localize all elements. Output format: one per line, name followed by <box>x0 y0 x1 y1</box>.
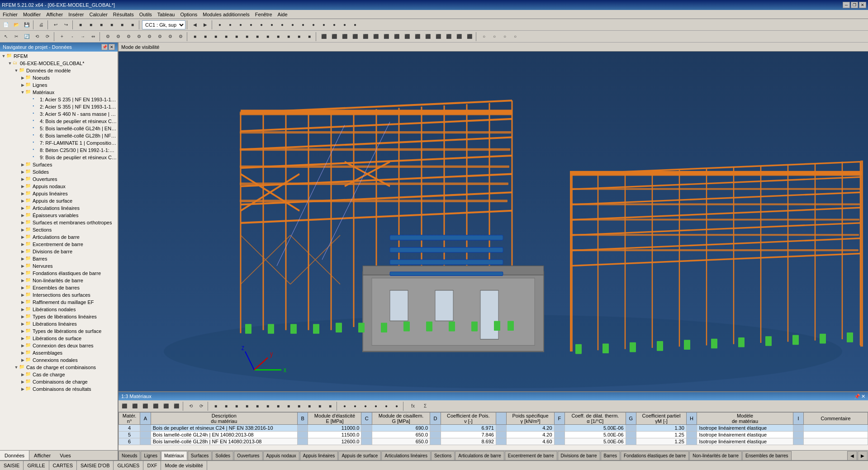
tree-item-model[interactable]: ▼ 🗂 06-EXE-MODELE_GLOBAL* <box>1 60 117 67</box>
tb2-b45[interactable]: ○ <box>479 32 489 42</box>
tb2-b4[interactable]: ⟲ <box>32 32 42 42</box>
tb2-b23[interactable]: ■ <box>242 32 252 42</box>
tree-item-mat4[interactable]: ▪ 4: Bois de peuplier et résineux C24 | … <box>1 118 117 125</box>
tb2-b15[interactable]: ⚙ <box>155 32 165 42</box>
tb3-b13[interactable]: ■ <box>252 401 262 411</box>
tb2-b16[interactable]: ⚙ <box>165 32 175 42</box>
tb2-b37[interactable]: ⬛ <box>392 32 402 42</box>
tree-item-raffinement[interactable]: ▶ 📁 Raffinement du maillage EF <box>1 299 117 306</box>
menu-aide[interactable]: Aide <box>275 11 290 18</box>
tb-c4[interactable]: ● <box>246 20 256 30</box>
tb3-b15[interactable]: ■ <box>273 401 283 411</box>
tb3-b2[interactable]: ⬛ <box>130 401 140 411</box>
tb2-b7[interactable]: - <box>67 32 77 42</box>
tree-item-typeslibsurf[interactable]: ▶ 📁 Types de libérations de surface <box>1 328 117 335</box>
tab-nav-prev[interactable]: ◀ <box>847 451 857 460</box>
tree-item-fondel[interactable]: ▶ 📁 Fondations élastiques de barre <box>1 270 117 277</box>
tb2-b26[interactable]: ■ <box>273 32 283 42</box>
tb3-b18[interactable]: ■ <box>304 401 314 411</box>
tree-item-lignes[interactable]: ▶ 📁 Lignes <box>1 81 117 89</box>
tb2-b47[interactable]: ○ <box>500 32 510 42</box>
tree-item-cascharge-sub[interactable]: ▶ 📁 Cas de charge <box>1 371 117 378</box>
tb2-b20[interactable]: ■ <box>211 32 221 42</box>
3d-view[interactable]: x z y <box>119 52 868 391</box>
tree-item-mat3[interactable]: ▪ 3: Acier S 460 N - sans masse | NF EN … <box>1 110 117 118</box>
tree-item-libnod[interactable]: ▶ 📁 Libérations nodales <box>1 306 117 313</box>
tree-toggle-lignes[interactable]: ▶ <box>20 82 25 88</box>
tb2-b32[interactable]: ⬛ <box>340 32 350 42</box>
status-cartes[interactable]: CARTES <box>49 461 77 470</box>
table-row[interactable]: 4 Bois de peuplier et résineux C24 | NF … <box>119 425 868 432</box>
tb2-b48[interactable]: ○ <box>510 32 520 42</box>
tree-item-ensbarres[interactable]: ▶ 📁 Ensembles de barres <box>1 284 117 291</box>
tb2-b27[interactable]: ■ <box>284 32 294 42</box>
tree-item-ouvertures[interactable]: ▶ 📁 Ouvertures <box>1 176 117 183</box>
tb2-b19[interactable]: ■ <box>200 32 210 42</box>
tb3-b22[interactable]: ● <box>350 401 360 411</box>
tb2-b40[interactable]: ⬛ <box>423 32 433 42</box>
tree-item-appuis-lineaires[interactable]: ▶ 📁 Appuis linéaires <box>1 190 117 197</box>
menu-calculer[interactable]: Calculer <box>86 11 110 18</box>
menu-fichier[interactable]: Fichier <box>0 11 20 18</box>
tb-c6[interactable]: ● <box>267 20 277 30</box>
tb-save[interactable]: 💾 <box>22 20 32 30</box>
tree-item-appuis-nodaux[interactable]: ▶ 📁 Appuis nodaux <box>1 183 117 190</box>
tb-b4[interactable]: ■ <box>107 20 117 30</box>
tb3-b16[interactable]: ■ <box>284 401 294 411</box>
tb2-b34[interactable]: ⬛ <box>360 32 370 42</box>
tb-c12[interactable]: ● <box>329 20 339 30</box>
tb3-b8[interactable]: ⟳ <box>196 401 206 411</box>
tb-c5[interactable]: ● <box>256 20 266 30</box>
status-saisiedob[interactable]: SAISIE D'OB <box>77 461 114 470</box>
tb2-b3[interactable]: 🔄 <box>22 32 32 42</box>
tb-c3[interactable]: ● <box>236 20 246 30</box>
tb-b3[interactable]: ■ <box>96 20 106 30</box>
menu-afficher[interactable]: Afficher <box>43 11 66 18</box>
menu-resultats[interactable]: Résultats <box>110 11 137 18</box>
tb3-b10[interactable]: ■ <box>221 401 231 411</box>
tb2-b13[interactable]: ⚙ <box>134 32 144 42</box>
win-min-btn[interactable]: ─ <box>843 2 850 8</box>
tb-c1[interactable]: ● <box>215 20 225 30</box>
tb3-sigma[interactable]: Σ <box>420 401 430 411</box>
tab-excent-barre[interactable]: Excentrement de barre <box>505 451 557 460</box>
tb2-b8[interactable]: → <box>78 32 88 42</box>
left-tab-vues[interactable]: Vues <box>55 451 76 460</box>
tb-b1[interactable]: ■ <box>76 20 85 30</box>
tb3-b17[interactable]: ■ <box>294 401 304 411</box>
tree-item-nonlin[interactable]: ▶ 📁 Non-linéarités de barre <box>1 277 117 284</box>
tb2-b24[interactable]: ■ <box>252 32 262 42</box>
tb-b6[interactable]: ■ <box>128 20 138 30</box>
tree-item-surfmemb[interactable]: ▶ 📁 Surfaces et membranes orthotropes <box>1 219 117 226</box>
tab-noeuds[interactable]: Noeuds <box>119 451 140 460</box>
tree-item-mat7[interactable]: ▪ 7: RF-LAMINATE 1 | Composition 1 <box>1 139 117 147</box>
tree-item-combresultats[interactable]: ▶ 📁 Combinaisons de résultats <box>1 385 117 393</box>
tree-item-nervures[interactable]: ▶ 📁 Nervures <box>1 262 117 270</box>
tb2-b29[interactable]: ■ <box>304 32 314 42</box>
tb-c2[interactable]: ● <box>225 20 235 30</box>
tb-redo[interactable]: ↪ <box>61 20 71 30</box>
tab-appuis-nodaux[interactable]: Appuis nodaux <box>263 451 299 460</box>
menu-options[interactable]: Options <box>177 11 200 18</box>
tb3-b4[interactable]: ⬛ <box>151 401 161 411</box>
tb3-b25[interactable]: ● <box>381 401 391 411</box>
tree-item-noeuds[interactable]: ▶ 📁 Noeuds <box>1 74 117 81</box>
tree-item-excentbarre[interactable]: ▶ 📁 Excentrement de barre <box>1 241 117 248</box>
tree-item-cascharge[interactable]: ▼ 📁 Cas de charge et combinaisons <box>1 364 117 371</box>
project-tree[interactable]: ▼ 📁 RFEM ▼ 🗂 06-EXE-MODELE_GLOBAL* ▼ 📁 D… <box>0 52 118 450</box>
tree-toggle-model[interactable]: ▼ <box>7 61 13 66</box>
tb2-b2[interactable]: ✂ <box>11 32 21 42</box>
tb3-b7[interactable]: ⟲ <box>186 401 196 411</box>
table-row[interactable]: 6 Bois lamellé-collé GL28h | NF EN 14080… <box>119 438 868 445</box>
menu-modifier[interactable]: Modifier <box>20 11 43 18</box>
tb2-b25[interactable]: ■ <box>263 32 273 42</box>
tb3-b9[interactable]: ■ <box>211 401 221 411</box>
tb-nav-prev[interactable]: ◀ <box>190 20 200 30</box>
tb2-b36[interactable]: ⬛ <box>381 32 391 42</box>
tree-item-divbarre[interactable]: ▶ 📁 Divisions de barre <box>1 248 117 255</box>
tb2-b5[interactable]: ⟳ <box>43 32 52 42</box>
tb3-b6[interactable]: ⬛ <box>171 401 181 411</box>
tab-barres[interactable]: Barres <box>601 451 620 460</box>
tb3-b23[interactable]: ● <box>360 401 370 411</box>
tb2-b14[interactable]: ⚙ <box>144 32 154 42</box>
